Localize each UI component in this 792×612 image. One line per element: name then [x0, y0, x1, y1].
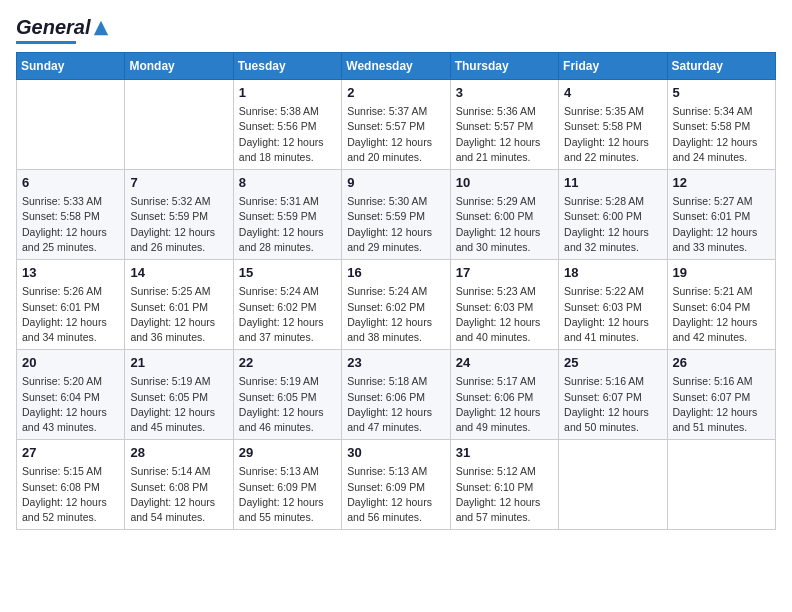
cell-info: Sunrise: 5:12 AMSunset: 6:10 PMDaylight:… [456, 464, 553, 525]
calendar-cell: 14Sunrise: 5:25 AMSunset: 6:01 PMDayligh… [125, 260, 233, 350]
calendar-cell: 6Sunrise: 5:33 AMSunset: 5:58 PMDaylight… [17, 170, 125, 260]
calendar-cell: 29Sunrise: 5:13 AMSunset: 6:09 PMDayligh… [233, 440, 341, 530]
cell-info: Sunrise: 5:26 AMSunset: 6:01 PMDaylight:… [22, 284, 119, 345]
calendar-cell: 16Sunrise: 5:24 AMSunset: 6:02 PMDayligh… [342, 260, 450, 350]
cell-info: Sunrise: 5:31 AMSunset: 5:59 PMDaylight:… [239, 194, 336, 255]
calendar-cell [17, 80, 125, 170]
calendar-cell: 18Sunrise: 5:22 AMSunset: 6:03 PMDayligh… [559, 260, 667, 350]
logo-icon [92, 19, 110, 37]
cell-info: Sunrise: 5:27 AMSunset: 6:01 PMDaylight:… [673, 194, 770, 255]
cell-info: Sunrise: 5:28 AMSunset: 6:00 PMDaylight:… [564, 194, 661, 255]
day-number: 14 [130, 264, 227, 282]
cell-info: Sunrise: 5:16 AMSunset: 6:07 PMDaylight:… [673, 374, 770, 435]
calendar-cell: 5Sunrise: 5:34 AMSunset: 5:58 PMDaylight… [667, 80, 775, 170]
cell-info: Sunrise: 5:29 AMSunset: 6:00 PMDaylight:… [456, 194, 553, 255]
calendar-cell: 13Sunrise: 5:26 AMSunset: 6:01 PMDayligh… [17, 260, 125, 350]
cell-info: Sunrise: 5:21 AMSunset: 6:04 PMDaylight:… [673, 284, 770, 345]
calendar-cell: 22Sunrise: 5:19 AMSunset: 6:05 PMDayligh… [233, 350, 341, 440]
calendar-cell: 24Sunrise: 5:17 AMSunset: 6:06 PMDayligh… [450, 350, 558, 440]
calendar-week-row: 6Sunrise: 5:33 AMSunset: 5:58 PMDaylight… [17, 170, 776, 260]
day-header-wednesday: Wednesday [342, 53, 450, 80]
calendar-week-row: 1Sunrise: 5:38 AMSunset: 5:56 PMDaylight… [17, 80, 776, 170]
calendar-cell: 31Sunrise: 5:12 AMSunset: 6:10 PMDayligh… [450, 440, 558, 530]
day-number: 15 [239, 264, 336, 282]
calendar-cell: 11Sunrise: 5:28 AMSunset: 6:00 PMDayligh… [559, 170, 667, 260]
calendar-cell: 7Sunrise: 5:32 AMSunset: 5:59 PMDaylight… [125, 170, 233, 260]
day-number: 27 [22, 444, 119, 462]
cell-info: Sunrise: 5:19 AMSunset: 6:05 PMDaylight:… [130, 374, 227, 435]
calendar-cell: 8Sunrise: 5:31 AMSunset: 5:59 PMDaylight… [233, 170, 341, 260]
day-number: 29 [239, 444, 336, 462]
cell-info: Sunrise: 5:13 AMSunset: 6:09 PMDaylight:… [347, 464, 444, 525]
calendar-header-row: SundayMondayTuesdayWednesdayThursdayFrid… [17, 53, 776, 80]
cell-info: Sunrise: 5:14 AMSunset: 6:08 PMDaylight:… [130, 464, 227, 525]
calendar-cell: 28Sunrise: 5:14 AMSunset: 6:08 PMDayligh… [125, 440, 233, 530]
day-header-sunday: Sunday [17, 53, 125, 80]
calendar-table: SundayMondayTuesdayWednesdayThursdayFrid… [16, 52, 776, 530]
day-number: 26 [673, 354, 770, 372]
day-number: 4 [564, 84, 661, 102]
cell-info: Sunrise: 5:13 AMSunset: 6:09 PMDaylight:… [239, 464, 336, 525]
day-number: 17 [456, 264, 553, 282]
calendar-cell: 20Sunrise: 5:20 AMSunset: 6:04 PMDayligh… [17, 350, 125, 440]
calendar-cell: 15Sunrise: 5:24 AMSunset: 6:02 PMDayligh… [233, 260, 341, 350]
day-number: 8 [239, 174, 336, 192]
cell-info: Sunrise: 5:36 AMSunset: 5:57 PMDaylight:… [456, 104, 553, 165]
day-number: 25 [564, 354, 661, 372]
calendar-cell: 21Sunrise: 5:19 AMSunset: 6:05 PMDayligh… [125, 350, 233, 440]
calendar-cell [125, 80, 233, 170]
calendar-cell: 27Sunrise: 5:15 AMSunset: 6:08 PMDayligh… [17, 440, 125, 530]
cell-info: Sunrise: 5:23 AMSunset: 6:03 PMDaylight:… [456, 284, 553, 345]
day-header-thursday: Thursday [450, 53, 558, 80]
day-number: 31 [456, 444, 553, 462]
cell-info: Sunrise: 5:34 AMSunset: 5:58 PMDaylight:… [673, 104, 770, 165]
calendar-cell [667, 440, 775, 530]
calendar-cell: 12Sunrise: 5:27 AMSunset: 6:01 PMDayligh… [667, 170, 775, 260]
day-header-saturday: Saturday [667, 53, 775, 80]
calendar-cell: 3Sunrise: 5:36 AMSunset: 5:57 PMDaylight… [450, 80, 558, 170]
day-number: 7 [130, 174, 227, 192]
calendar-cell: 10Sunrise: 5:29 AMSunset: 6:00 PMDayligh… [450, 170, 558, 260]
calendar-cell: 23Sunrise: 5:18 AMSunset: 6:06 PMDayligh… [342, 350, 450, 440]
calendar-week-row: 20Sunrise: 5:20 AMSunset: 6:04 PMDayligh… [17, 350, 776, 440]
day-header-monday: Monday [125, 53, 233, 80]
cell-info: Sunrise: 5:30 AMSunset: 5:59 PMDaylight:… [347, 194, 444, 255]
cell-info: Sunrise: 5:17 AMSunset: 6:06 PMDaylight:… [456, 374, 553, 435]
day-number: 5 [673, 84, 770, 102]
day-number: 19 [673, 264, 770, 282]
calendar-cell: 4Sunrise: 5:35 AMSunset: 5:58 PMDaylight… [559, 80, 667, 170]
page-header: General [16, 16, 776, 44]
day-number: 2 [347, 84, 444, 102]
day-number: 30 [347, 444, 444, 462]
day-number: 13 [22, 264, 119, 282]
calendar-cell: 9Sunrise: 5:30 AMSunset: 5:59 PMDaylight… [342, 170, 450, 260]
calendar-cell: 2Sunrise: 5:37 AMSunset: 5:57 PMDaylight… [342, 80, 450, 170]
day-number: 28 [130, 444, 227, 462]
day-number: 1 [239, 84, 336, 102]
cell-info: Sunrise: 5:25 AMSunset: 6:01 PMDaylight:… [130, 284, 227, 345]
svg-marker-0 [94, 20, 108, 34]
day-number: 21 [130, 354, 227, 372]
day-number: 18 [564, 264, 661, 282]
day-number: 10 [456, 174, 553, 192]
cell-info: Sunrise: 5:20 AMSunset: 6:04 PMDaylight:… [22, 374, 119, 435]
cell-info: Sunrise: 5:38 AMSunset: 5:56 PMDaylight:… [239, 104, 336, 165]
calendar-week-row: 13Sunrise: 5:26 AMSunset: 6:01 PMDayligh… [17, 260, 776, 350]
cell-info: Sunrise: 5:24 AMSunset: 6:02 PMDaylight:… [239, 284, 336, 345]
logo-general-text: General [16, 16, 90, 39]
day-number: 11 [564, 174, 661, 192]
calendar-cell: 17Sunrise: 5:23 AMSunset: 6:03 PMDayligh… [450, 260, 558, 350]
day-number: 12 [673, 174, 770, 192]
cell-info: Sunrise: 5:22 AMSunset: 6:03 PMDaylight:… [564, 284, 661, 345]
day-number: 20 [22, 354, 119, 372]
cell-info: Sunrise: 5:33 AMSunset: 5:58 PMDaylight:… [22, 194, 119, 255]
day-header-friday: Friday [559, 53, 667, 80]
calendar-cell: 30Sunrise: 5:13 AMSunset: 6:09 PMDayligh… [342, 440, 450, 530]
cell-info: Sunrise: 5:18 AMSunset: 6:06 PMDaylight:… [347, 374, 444, 435]
logo-underline [16, 41, 76, 44]
day-number: 6 [22, 174, 119, 192]
day-number: 23 [347, 354, 444, 372]
cell-info: Sunrise: 5:16 AMSunset: 6:07 PMDaylight:… [564, 374, 661, 435]
cell-info: Sunrise: 5:37 AMSunset: 5:57 PMDaylight:… [347, 104, 444, 165]
calendar-cell [559, 440, 667, 530]
